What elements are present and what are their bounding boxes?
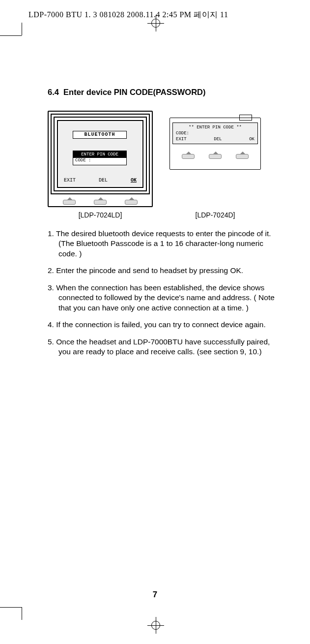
document-page: LDP-7000 BTU 1. 3 081028 2008.11.4 2:45 … <box>0 0 310 644</box>
figure-caption-row: [LDP-7024LD] [LDP-7024D] <box>48 211 276 219</box>
figure-row: BLUETOOTH ENTER PIN CODE CODE : EXIT DEL… <box>48 111 276 207</box>
printer-mark-text: LDP-7000 BTU 1. 3 081028 2008.11.4 2:45 … <box>28 10 228 20</box>
step-4: 4. If the connection is failed, you can … <box>48 320 276 330</box>
crop-mark <box>22 23 22 35</box>
step-2: 2. Enter the pincode and send to headset… <box>48 266 276 276</box>
hardkey-button <box>94 200 107 205</box>
lcd-softkey-row: EXIT DEL OK <box>59 178 141 183</box>
softkey-del-label: DEL <box>99 178 108 183</box>
section-heading: 6.4 Enter device PIN CODE(PASSWORD) <box>48 88 276 97</box>
crop-mark <box>22 607 22 620</box>
figure-caption-2: [LDP-7024D] <box>169 211 261 219</box>
hardkey-button <box>236 154 249 159</box>
lcd2-row1: ** ENTER PIN CODE ** <box>176 125 254 130</box>
step-5: 5. Once the headset and LDP-7000BTU have… <box>48 337 276 357</box>
lcd2-softkey-exit: EXIT <box>176 137 187 142</box>
figure-caption-1: [LDP-7024LD] <box>48 211 153 219</box>
section-number: 6.4 <box>48 88 59 96</box>
hardkey-row <box>48 196 153 206</box>
lcd2-row2: CODE: <box>176 131 254 136</box>
lcd2-softkey-del: DEL <box>214 137 222 142</box>
figure-ldp-7024ld: BLUETOOTH ENTER PIN CODE CODE : EXIT DEL… <box>48 111 153 207</box>
hardkey-button <box>209 154 222 159</box>
lcd-enter-box: ENTER PIN CODE CODE : <box>73 151 127 165</box>
hardkey-button <box>63 200 76 205</box>
softkey-exit-label: EXIT <box>64 178 76 183</box>
instruction-list: 1. The desired bluetooth device requests… <box>48 229 276 357</box>
lcd-screen: ** ENTER PIN CODE ** CODE: EXIT DEL OK <box>172 123 258 144</box>
lcd-code-line: CODE : <box>75 158 91 163</box>
lcd2-softkey-ok: OK <box>249 137 254 142</box>
registration-mark-top <box>147 15 164 31</box>
hardkey-row <box>169 150 261 162</box>
section-title: Enter device PIN CODE(PASSWORD) <box>63 88 205 96</box>
step-1: 1. The desired bluetooth device requests… <box>48 229 276 259</box>
figure-ldp-7024d: ** ENTER PIN CODE ** CODE: EXIT DEL OK <box>169 118 261 170</box>
lcd-title: BLUETOOTH <box>73 131 127 139</box>
page-number: 7 <box>0 590 310 600</box>
hardkey-button <box>182 154 195 159</box>
registration-mark-bottom <box>147 617 164 634</box>
softkey-ok-label: OK <box>131 178 137 183</box>
crop-mark <box>0 607 22 608</box>
step-3: 3. When the connection has been establis… <box>48 283 276 313</box>
lcd-enter-line: ENTER PIN CODE <box>73 151 126 158</box>
crop-mark <box>0 35 22 36</box>
page-content: 6.4 Enter device PIN CODE(PASSWORD) BLUE… <box>48 88 276 364</box>
hardkey-button <box>125 200 138 205</box>
